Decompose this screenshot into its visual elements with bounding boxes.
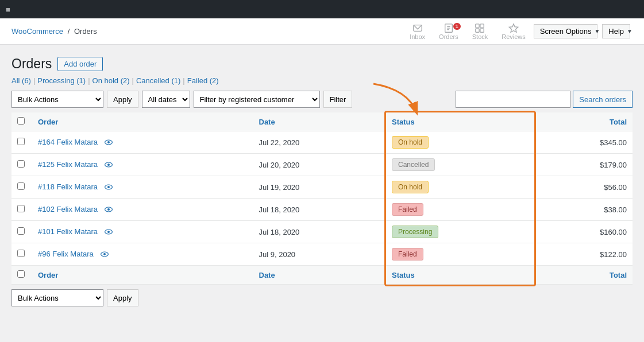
- chevron-down-icon: ▼: [594, 28, 600, 34]
- row-date: Jul 22, 2020: [253, 131, 386, 154]
- row-date: Jul 18, 2020: [253, 199, 386, 221]
- screen-options-button[interactable]: Screen Options: [534, 24, 598, 38]
- row-date: Jul 9, 2020: [253, 243, 386, 266]
- order-link[interactable]: #125 Felix Matara: [38, 160, 98, 169]
- header-checkbox-cell: [11, 112, 32, 131]
- inbox-icon: [412, 23, 423, 33]
- row-date: Jul 19, 2020: [253, 176, 386, 199]
- search-orders-button[interactable]: Search orders: [573, 91, 633, 108]
- help-button[interactable]: Help: [602, 24, 630, 38]
- order-link[interactable]: #118 Felix Matara: [38, 182, 98, 191]
- search-input[interactable]: [456, 91, 570, 108]
- order-link[interactable]: #101 Felix Matara: [38, 227, 98, 236]
- status-badge: Processing: [392, 226, 438, 238]
- eye-icon[interactable]: [100, 250, 109, 259]
- footer-status[interactable]: Status: [386, 266, 534, 285]
- row-order[interactable]: #118 Felix Matara: [32, 176, 253, 199]
- row-total: $56.00: [534, 176, 633, 199]
- svg-rect-7: [476, 28, 479, 32]
- row-order[interactable]: #102 Felix Matara: [32, 199, 253, 221]
- svg-rect-8: [480, 28, 484, 32]
- row-checkbox[interactable]: [17, 182, 25, 190]
- select-all-checkbox[interactable]: [17, 117, 25, 125]
- row-checkbox-cell: [11, 176, 32, 199]
- order-link[interactable]: #164 Felix Matara: [38, 138, 98, 146]
- row-checkbox[interactable]: [17, 205, 25, 212]
- apply-top-button[interactable]: Apply: [107, 91, 138, 108]
- eye-icon[interactable]: [104, 227, 113, 236]
- header-status[interactable]: Status: [386, 112, 534, 131]
- header-total[interactable]: Total: [534, 112, 633, 131]
- tab-separator-1: |: [33, 76, 35, 85]
- row-checkbox[interactable]: [17, 138, 25, 145]
- page-title: Orders: [11, 56, 52, 72]
- row-total: $38.00: [534, 199, 633, 221]
- bottom-bulk-actions-select[interactable]: Bulk Actions: [11, 289, 103, 306]
- table-row: #102 Felix Matara Jul 18, 2020 Failed $3…: [11, 199, 633, 221]
- reviews-nav-item[interactable]: Reviews: [496, 23, 531, 40]
- svg-marker-9: [509, 24, 518, 32]
- row-order[interactable]: #125 Felix Matara: [32, 154, 253, 176]
- breadcrumb-parent[interactable]: WooCommerce: [11, 27, 63, 36]
- inbox-nav-item[interactable]: Inbox: [404, 23, 431, 40]
- bottom-apply-button[interactable]: Apply: [107, 289, 138, 306]
- eye-icon[interactable]: [104, 182, 113, 192]
- customer-filter-select[interactable]: Filter by registered customer: [194, 91, 320, 108]
- header-date[interactable]: Date: [253, 112, 386, 131]
- help-chevron-icon: ▼: [627, 28, 633, 34]
- table-row: #96 Felix Matara Jul 9, 2020 Failed $122…: [11, 243, 633, 266]
- row-order[interactable]: #96 Felix Matara: [32, 243, 253, 266]
- row-order[interactable]: #164 Felix Matara: [32, 131, 253, 154]
- wp-logo: ■: [6, 5, 10, 14]
- footer-total[interactable]: Total: [534, 266, 633, 285]
- svg-point-15: [107, 186, 110, 188]
- add-order-button[interactable]: Add order: [57, 57, 103, 71]
- filter-tab-all[interactable]: All (6): [11, 76, 31, 85]
- reviews-icon: [508, 23, 519, 33]
- row-checkbox[interactable]: [17, 160, 25, 168]
- filter-tab-failed[interactable]: Failed (2): [187, 76, 219, 85]
- header-order[interactable]: Order: [32, 112, 253, 131]
- row-checkbox-cell: [11, 131, 32, 154]
- all-dates-select[interactable]: All dates: [142, 91, 190, 108]
- orders-nav-item[interactable]: 1 Orders: [433, 23, 464, 40]
- orders-label: Orders: [439, 33, 458, 40]
- orders-table: Order Date Status Total #164 Felix Matar…: [11, 112, 633, 285]
- eye-icon[interactable]: [104, 138, 113, 147]
- filter-tab-cancelled[interactable]: Cancelled (1): [136, 76, 180, 85]
- svg-rect-6: [480, 24, 484, 27]
- footer-select-all-checkbox[interactable]: [17, 270, 25, 278]
- row-checkbox[interactable]: [17, 227, 25, 235]
- svg-point-11: [107, 141, 110, 143]
- row-total: $179.00: [534, 154, 633, 176]
- row-total: $160.00: [534, 221, 633, 243]
- order-link[interactable]: #102 Felix Matara: [38, 205, 98, 213]
- row-checkbox[interactable]: [17, 250, 25, 257]
- eye-icon[interactable]: [104, 205, 113, 214]
- breadcrumb-separator: /: [68, 27, 70, 36]
- stock-nav-item[interactable]: Stock: [466, 23, 494, 40]
- footer-order[interactable]: Order: [32, 266, 253, 285]
- status-badge: Failed: [392, 248, 423, 261]
- footer-date[interactable]: Date: [253, 266, 386, 285]
- row-status: Failed: [386, 243, 534, 266]
- row-status: On hold: [386, 176, 534, 199]
- eye-icon[interactable]: [104, 160, 113, 169]
- bottom-toolbar: Bulk Actions Apply: [11, 285, 633, 309]
- row-status: On hold: [386, 131, 534, 154]
- filter-button[interactable]: Filter: [323, 91, 353, 108]
- filter-tab-processing[interactable]: Processing (1): [37, 76, 86, 85]
- order-link[interactable]: #96 Felix Matara: [38, 250, 94, 258]
- breadcrumb-current: Orders: [74, 27, 97, 36]
- row-checkbox-cell: [11, 221, 32, 243]
- inbox-label: Inbox: [410, 33, 425, 40]
- bulk-actions-select[interactable]: Bulk Actions: [11, 91, 103, 108]
- filter-tab-on-hold[interactable]: On hold (2): [92, 76, 130, 85]
- row-checkbox-cell: [11, 154, 32, 176]
- status-badge: On hold: [392, 136, 429, 149]
- svg-point-21: [103, 253, 106, 255]
- row-order[interactable]: #101 Felix Matara: [32, 221, 253, 243]
- orders-icon: [444, 23, 454, 33]
- row-checkbox-cell: [11, 243, 32, 266]
- table-row: #164 Felix Matara Jul 22, 2020 On hold $…: [11, 131, 633, 154]
